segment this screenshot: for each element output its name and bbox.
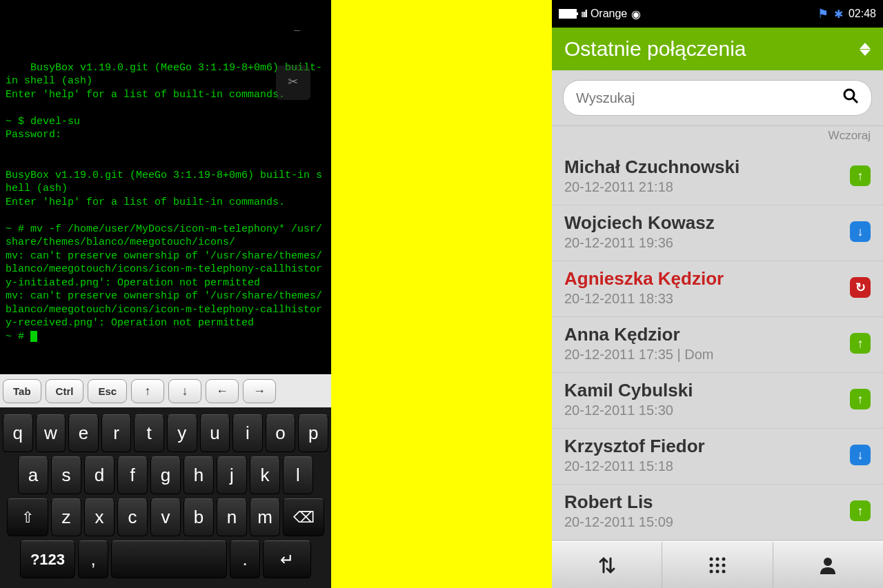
down-arrow-key[interactable]: ↓ (168, 379, 201, 403)
key-g[interactable]: g (150, 456, 181, 494)
key-v[interactable]: v (150, 498, 181, 536)
backspace-key[interactable]: ⌫ (283, 498, 324, 536)
svg-line-1 (853, 98, 857, 103)
key-m[interactable]: m (250, 498, 280, 536)
esc-key[interactable]: Esc (88, 379, 127, 403)
up-arrow-key[interactable]: ↑ (131, 379, 164, 403)
key-y[interactable]: y (167, 414, 197, 452)
search-input[interactable] (576, 90, 842, 106)
key-w[interactable]: w (36, 414, 66, 452)
call-item[interactable]: Robert Lis 20-12-2011 15:09 ↑ (552, 485, 883, 540)
call-name: Anna Kędzior (564, 324, 850, 345)
key-c[interactable]: c (117, 498, 148, 536)
tab-key[interactable]: Tab (3, 379, 41, 403)
key-p[interactable]: p (298, 414, 328, 452)
phone-panel: ıııll Orange ◉ ⚑ ✱ 02:48 Ostatnie połącz… (552, 0, 883, 588)
call-direction-icon: ↑ (850, 165, 871, 186)
key-n[interactable]: n (217, 498, 247, 536)
call-name: Kamil Cybulski (564, 380, 850, 401)
call-item[interactable]: Krzysztof Fiedor 20-12-2011 15:18 ↓ (552, 429, 883, 485)
svg-point-9 (715, 569, 719, 573)
key-d[interactable]: d (84, 456, 115, 494)
dialpad-tab[interactable] (662, 542, 773, 588)
call-direction-icon: ↻ (850, 277, 871, 298)
call-name: Michał Czuchnowski (564, 156, 850, 178)
cut-icon[interactable]: ✂ (276, 65, 310, 100)
call-direction-icon: ↑ (850, 500, 871, 521)
svg-point-0 (844, 90, 854, 99)
key-e[interactable]: e (68, 414, 99, 452)
status-bar: ıııll Orange ◉ ⚑ ✱ 02:48 (552, 0, 883, 28)
call-info: Robert Lis 20-12-2011 15:09 (564, 491, 850, 530)
key-j[interactable]: j (217, 456, 247, 494)
right-arrow-key[interactable]: → (243, 379, 276, 403)
key-b[interactable]: b (183, 498, 214, 536)
svg-point-7 (722, 563, 725, 567)
section-label: Wczoraj (552, 126, 883, 150)
call-info: Agnieszka Kędzior 20-12-2011 18:33 (564, 268, 850, 307)
call-item[interactable]: Agnieszka Kędzior 20-12-2011 18:33 ↻ (552, 261, 883, 317)
bluetooth-icon: ✱ (834, 8, 843, 21)
call-item[interactable]: Anna Kędzior 20-12-2011 17:35 | Dom ↑ (552, 317, 883, 373)
svg-point-6 (715, 563, 719, 567)
svg-point-8 (709, 569, 713, 573)
contacts-tab[interactable] (773, 542, 883, 588)
call-time: 20-12-2011 15:09 (564, 514, 850, 530)
call-list[interactable]: Michał Czuchnowski 20-12-2011 21:18 ↑ Wo… (552, 150, 883, 541)
key-o[interactable]: o (266, 414, 296, 452)
key-k[interactable]: k (250, 456, 280, 494)
key-a[interactable]: a (18, 456, 48, 494)
call-info: Kamil Cybulski 20-12-2011 15:30 (564, 380, 850, 418)
key-r[interactable]: r (101, 414, 132, 452)
key-q[interactable]: q (3, 414, 33, 452)
svg-point-10 (722, 569, 725, 573)
terminal-toolbar: Tab Ctrl Esc ↑ ↓ ← → (0, 374, 331, 407)
svg-point-11 (824, 558, 832, 566)
notification-flag-icon: ⚑ (817, 6, 829, 21)
page-header[interactable]: Ostatnie połączenia (552, 28, 883, 70)
key-i[interactable]: i (232, 414, 263, 452)
call-time: 20-12-2011 15:30 (564, 403, 850, 418)
battery-icon (559, 9, 577, 19)
key-u[interactable]: u (200, 414, 230, 452)
dot-key[interactable]: . (230, 540, 260, 578)
enter-key[interactable]: ↵ (263, 540, 311, 578)
key-s[interactable]: s (51, 456, 81, 494)
cursor (30, 331, 37, 342)
call-item[interactable]: Kamil Cybulski 20-12-2011 15:30 ↑ (552, 373, 883, 429)
call-time: 20-12-2011 21:18 (564, 179, 850, 195)
terminal-output[interactable]: — ✂ BusyBox v1.19.0.git (MeeGo 3:1.19-8+… (0, 0, 331, 374)
call-direction-icon: ↓ (850, 221, 871, 242)
search-box[interactable] (563, 80, 872, 116)
call-name: Krzysztof Fiedor (564, 436, 850, 457)
left-arrow-key[interactable]: ← (206, 379, 239, 403)
svg-point-5 (709, 563, 713, 567)
call-item[interactable]: Wojciech Kowasz 20-12-2011 19:36 ↓ (552, 205, 883, 261)
key-h[interactable]: h (183, 456, 214, 494)
wifi-icon: ◉ (631, 8, 641, 21)
key-x[interactable]: x (84, 498, 115, 536)
call-direction-icon: ↑ (850, 389, 871, 409)
search-icon[interactable] (842, 88, 859, 108)
call-time: 20-12-2011 18:33 (564, 291, 850, 307)
key-f[interactable]: f (117, 456, 148, 494)
key-l[interactable]: l (283, 456, 313, 494)
call-item[interactable]: Michał Czuchnowski 20-12-2011 21:18 ↑ (552, 150, 883, 205)
call-name: Wojciech Kowasz (564, 212, 850, 234)
call-name: Agnieszka Kędzior (564, 268, 850, 290)
shift-key[interactable]: ⇧ (7, 498, 48, 536)
call-name: Robert Lis (564, 491, 850, 513)
recent-calls-tab[interactable] (552, 542, 662, 588)
sort-toggle-icon[interactable] (860, 43, 871, 56)
key-z[interactable]: z (51, 498, 81, 536)
call-info: Michał Czuchnowski 20-12-2011 21:18 (564, 156, 850, 195)
search-container (552, 70, 883, 126)
comma-key[interactable]: , (78, 540, 108, 578)
ctrl-key[interactable]: Ctrl (46, 379, 84, 403)
key-t[interactable]: t (134, 414, 164, 452)
call-time: 20-12-2011 17:35 | Dom (564, 347, 850, 363)
space-key[interactable] (111, 540, 227, 578)
divider (331, 0, 552, 588)
signal-icon: ıııll (581, 8, 586, 19)
symbols-key[interactable]: ?123 (20, 540, 75, 578)
